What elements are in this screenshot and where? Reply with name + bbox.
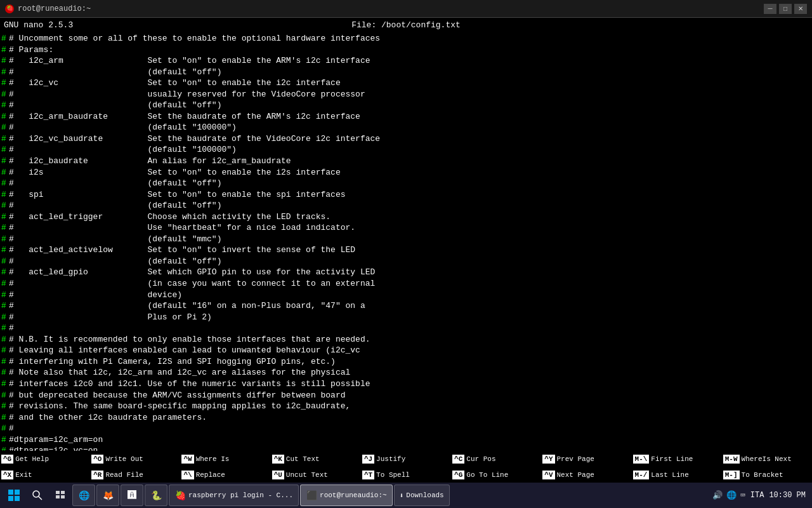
- shortcut-item[interactable]: ^XExit: [0, 467, 90, 483]
- editor-line: ## Use "heartbeat" for a nice load indic…: [0, 222, 812, 234]
- line-text: # spi Set to "on" to enable the spi inte…: [9, 189, 812, 201]
- nano-filename: File: /boot/config.txt: [351, 20, 461, 30]
- taskbar-app-button[interactable]: 🐍: [145, 485, 167, 506]
- editor-line: ## N.B. It is recommended to only enable…: [0, 334, 812, 345]
- line-marker: #: [1, 278, 9, 290]
- shortcut-item[interactable]: ^UUncut Text: [271, 467, 361, 483]
- editor-line: ## device): [0, 290, 812, 301]
- shortcut-label: Uncut Text: [286, 471, 328, 479]
- shortcut-key: ^O: [91, 455, 103, 464]
- editor-line: ## act_led_trigger Choose which activity…: [0, 211, 812, 223]
- editor-line: ## (default "off"): [0, 178, 812, 189]
- title-bar: 🍓 root@runeaudio:~ ─ □ ✕: [0, 0, 812, 18]
- line-text: # (default "100000"): [9, 144, 812, 156]
- line-text: # (default "off"): [9, 178, 812, 189]
- shortcut-item[interactable]: ^GGo To Line: [451, 467, 541, 483]
- svg-rect-7: [61, 491, 65, 494]
- system-tray[interactable]: 🔊 🌐 ⌨: [712, 490, 745, 500]
- line-text: #dtparam=i2c_arm=on: [9, 434, 812, 446]
- taskbar[interactable]: 🌐🦊🅰🐍🍓raspberry pi login - C...⬛root@rune…: [0, 483, 812, 508]
- line-text: # (default "off"): [9, 200, 812, 211]
- shortcut-item[interactable]: ^JJustify: [361, 451, 451, 467]
- shortcut-key: ^G: [1, 455, 13, 464]
- line-text: #: [9, 423, 812, 434]
- downloads-icon: ⬇: [400, 491, 404, 500]
- taskbar-app-icon: 🌐: [78, 490, 89, 501]
- shortcut-item[interactable]: ^OWrite Out: [90, 451, 180, 467]
- line-marker: #: [1, 390, 9, 401]
- title-bar-controls[interactable]: ─ □ ✕: [764, 4, 807, 14]
- line-text: # Plus or Pi 2): [9, 312, 812, 323]
- line-marker: #: [1, 290, 9, 301]
- shortcut-item[interactable]: M-WWhereIs Next: [722, 451, 812, 467]
- editor-line: ## interfaces i2c0 and i2c1. Use of the …: [0, 378, 812, 390]
- line-text: # but deprecated because the ARM/VC assi…: [9, 390, 812, 401]
- editor-line: ## Uncomment some or all of these to ena…: [0, 33, 812, 44]
- svg-rect-6: [56, 491, 60, 494]
- minimize-button[interactable]: ─: [764, 4, 776, 14]
- shortcut-item[interactable]: ^GGet Help: [0, 451, 90, 467]
- start-button[interactable]: [3, 485, 25, 506]
- editor[interactable]: ## Uncomment some or all of these to ena…: [0, 32, 812, 451]
- editor-line: ## (default "100000"): [0, 122, 812, 133]
- shortcut-key: ^\: [181, 471, 193, 479]
- taskbar-app-button[interactable]: 🅰: [121, 485, 143, 506]
- task-view-button[interactable]: [49, 485, 71, 506]
- shortcut-row: ^XExit^RRead File^\Replace^UUncut Text^T…: [0, 467, 812, 483]
- svg-rect-1: [15, 490, 20, 495]
- shortcut-item[interactable]: ^KCut Text: [271, 451, 361, 467]
- shortcut-item[interactable]: M-]To Bracket: [722, 467, 812, 483]
- line-marker: #: [1, 234, 9, 245]
- line-text: # (default "100000"): [9, 122, 812, 133]
- shortcut-item[interactable]: M-/Last Line: [632, 467, 722, 483]
- editor-line: ## i2c_arm Set to "on" to enable the ARM…: [0, 55, 812, 67]
- editor-line: ## and the other i2c baudrate parameters…: [0, 412, 812, 424]
- line-marker: #: [1, 189, 9, 201]
- taskbar-app-button[interactable]: 🌐: [72, 485, 95, 506]
- line-text: # act_led_gpio Set which GPIO pin to use…: [9, 267, 812, 278]
- shortcut-label: WhereIs Next: [742, 455, 792, 463]
- shortcut-item[interactable]: ^\Replace: [180, 467, 270, 483]
- clock[interactable]: 10:30 PM: [769, 490, 806, 501]
- taskbar-app-button[interactable]: 🍓raspberry pi login - C...: [169, 485, 299, 506]
- line-text: # i2s Set to "on" to enable the i2s inte…: [9, 167, 812, 178]
- shortcut-item[interactable]: ^CCur Pos: [451, 451, 541, 467]
- shortcut-item[interactable]: M-\First Line: [632, 451, 722, 467]
- editor-line: ## revisions. The same board-specific ma…: [0, 401, 812, 412]
- line-text: # i2c_arm Set to "on" to enable the ARM'…: [9, 55, 812, 67]
- taskbar-items[interactable]: 🌐🦊🅰🐍🍓raspberry pi login - C...⬛root@rune…: [72, 485, 450, 506]
- line-marker: #: [1, 300, 9, 312]
- shortcut-item[interactable]: ^RRead File: [90, 467, 180, 483]
- editor-line: ## Note also that i2c, i2c_arm and i2c_v…: [0, 367, 812, 378]
- keyboard-icon[interactable]: ⌨: [740, 490, 745, 500]
- editor-line: ## (default "off"): [0, 67, 812, 78]
- shortcut-item[interactable]: ^WWhere Is: [180, 451, 270, 467]
- search-button[interactable]: [27, 485, 48, 506]
- shortcut-item[interactable]: ^VNext Page: [541, 467, 631, 483]
- shortcut-label: To Spell: [376, 471, 410, 479]
- line-marker: #: [1, 89, 9, 100]
- editor-line: ##dtparam=i2c_arm=on: [0, 434, 812, 446]
- shortcut-item[interactable]: ^YPrev Page: [541, 451, 631, 467]
- line-text: # Use "heartbeat" for a nice load indica…: [9, 222, 812, 234]
- editor-line: ## usually reserved for the VideoCore pr…: [0, 89, 812, 100]
- volume-icon[interactable]: 🔊: [712, 490, 723, 500]
- line-marker: #: [1, 222, 9, 234]
- line-text: # interfaces i2c0 and i2c1. Use of the n…: [9, 378, 812, 390]
- line-marker: #: [1, 156, 9, 167]
- line-marker: #: [1, 356, 9, 368]
- downloads-button[interactable]: ⬇Downloads: [394, 485, 450, 506]
- line-text: #dtparam=i2c_vc=on: [9, 445, 812, 451]
- line-marker: #: [1, 423, 9, 434]
- taskbar-app-button[interactable]: 🦊: [96, 485, 119, 506]
- maximize-button[interactable]: □: [779, 4, 792, 14]
- network-icon[interactable]: 🌐: [726, 490, 737, 500]
- close-button[interactable]: ✕: [794, 4, 807, 14]
- line-marker: #: [1, 133, 9, 145]
- line-text: # Uncomment some or all of these to enab…: [9, 33, 812, 44]
- taskbar-app-button[interactable]: ⬛root@runeaudio:~: [300, 485, 393, 506]
- shortcut-item[interactable]: ^TTo Spell: [361, 467, 451, 483]
- line-text: # (default "16" on a non-Plus board, "47…: [9, 300, 812, 312]
- language-indicator: ITA: [750, 491, 764, 500]
- shortcut-key: ^U: [272, 471, 284, 479]
